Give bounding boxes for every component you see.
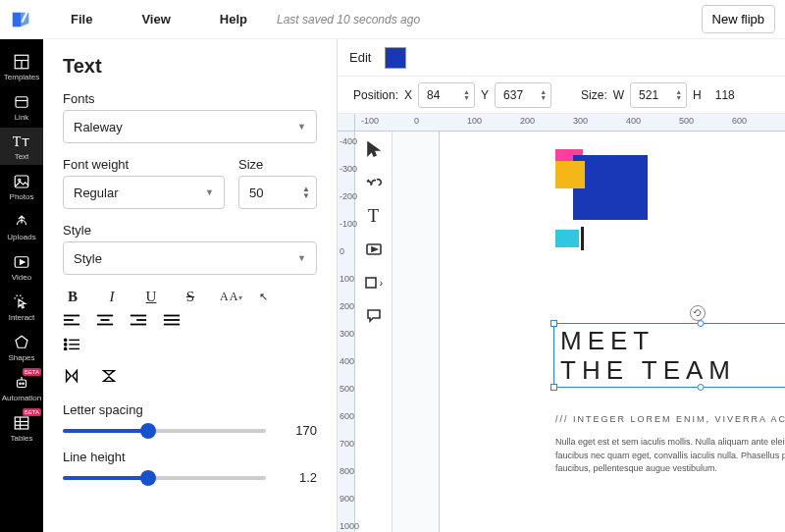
line-height-value: 1.2 — [278, 470, 317, 485]
canvas-stage[interactable]: MEET THE TEAM /// INTEGER LOREM ENIM, VI… — [392, 132, 785, 532]
ruler-corner — [338, 114, 355, 132]
svg-rect-5 — [15, 176, 28, 187]
rail-text[interactable]: Tᴛ Text — [0, 128, 43, 165]
new-flipbook-button[interactable]: New flipb — [702, 5, 775, 33]
menu-help[interactable]: Help — [220, 12, 247, 27]
tool-rail: Templates Link Tᴛ Text Photos Uploads Vi… — [0, 39, 43, 532]
photos-icon — [13, 173, 30, 190]
shape-cyan — [555, 230, 579, 247]
menu-file[interactable]: File — [71, 12, 92, 27]
heading-line2: THE TEAM — [560, 356, 785, 386]
align-center-button[interactable] — [96, 313, 114, 327]
style-select[interactable]: Style▼ — [63, 241, 317, 275]
size-input[interactable]: 50 ▲▼ — [238, 176, 317, 209]
svg-point-10 — [23, 383, 25, 385]
size-label: Size: — [581, 88, 607, 102]
vertical-ruler: -400-300-200-100010020030040050060070080… — [338, 132, 355, 532]
chevron-down-icon: ▼ — [205, 187, 214, 197]
shape-orange — [555, 161, 585, 188]
select-tool[interactable] — [364, 139, 384, 159]
body-text: Nulla eget est et sem iaculis mollis. Nu… — [555, 436, 785, 476]
heading-line1: MEET — [560, 327, 785, 356]
shape-tool[interactable]: › — [364, 273, 384, 293]
flip-horizontal-button[interactable] — [63, 367, 80, 385]
y-input[interactable]: 637▲▼ — [495, 82, 551, 108]
x-label: X — [404, 88, 412, 102]
align-left-button[interactable] — [63, 313, 80, 327]
x-input[interactable]: 84▲▼ — [418, 82, 475, 108]
tables-icon — [13, 414, 30, 432]
position-bar: Position: X 84▲▼ Y 637▲▼ Size: W 521▲▼ H… — [338, 77, 785, 114]
rail-interact[interactable]: Interact — [0, 288, 43, 326]
svg-point-28 — [65, 339, 67, 341]
line-height-slider[interactable] — [63, 476, 266, 480]
edit-label: Edit — [349, 50, 371, 65]
italic-button[interactable]: I — [102, 289, 122, 305]
h-label: H — [693, 88, 702, 102]
subheading: /// INTEGER LOREM ENIM, VIVERRA AC SEMPE… — [555, 414, 785, 424]
topbar: File View Help Last saved 10 seconds ago… — [0, 0, 785, 39]
interact-icon — [13, 293, 30, 311]
flip-vertical-button[interactable] — [100, 367, 118, 385]
rail-uploads[interactable]: Uploads — [0, 207, 43, 245]
horizontal-ruler: -1000100200300400500600 — [355, 114, 785, 132]
svg-point-9 — [20, 383, 22, 385]
edit-bar: Edit — [338, 39, 785, 77]
beta-badge: BETA — [23, 408, 41, 416]
rail-shapes[interactable]: Shapes — [0, 328, 43, 366]
rail-tables[interactable]: BETA Tables — [0, 408, 43, 447]
size-label: Size — [238, 157, 317, 172]
link-icon — [13, 93, 30, 111]
rail-video[interactable]: Video — [0, 247, 43, 286]
save-status: Last saved 10 seconds ago — [277, 13, 420, 27]
text-tool[interactable]: T — [364, 206, 384, 226]
video-tool[interactable] — [364, 239, 384, 259]
align-right-button[interactable] — [130, 313, 147, 327]
align-buttons — [63, 313, 317, 327]
letter-spacing-slider[interactable] — [63, 429, 266, 433]
shapes-icon — [13, 334, 30, 351]
letter-spacing-value: 170 — [278, 423, 317, 438]
svg-point-32 — [65, 347, 67, 349]
video-icon — [13, 253, 30, 271]
strikethrough-button[interactable]: S — [181, 289, 200, 305]
comment-tool[interactable] — [364, 306, 384, 326]
automation-icon — [13, 374, 30, 392]
text-color-swatch[interactable] — [385, 47, 406, 69]
svg-rect-3 — [16, 97, 27, 108]
app-body: Templates Link Tᴛ Text Photos Uploads Vi… — [0, 39, 785, 532]
align-justify-button[interactable] — [163, 313, 181, 327]
canvas-area: Edit Position: X 84▲▼ Y 637▲▼ Size: W 52… — [338, 39, 785, 532]
rail-link[interactable]: Link — [0, 87, 43, 126]
cursor-icon: ↖ — [259, 291, 268, 303]
rail-photos[interactable]: Photos — [0, 167, 43, 205]
y-label: Y — [481, 88, 489, 102]
menu-view[interactable]: View — [141, 12, 170, 27]
page: MEET THE TEAM /// INTEGER LOREM ENIM, VI… — [440, 132, 785, 532]
refresh-icon[interactable] — [690, 305, 706, 321]
w-input[interactable]: 521▲▼ — [630, 82, 687, 108]
h-input[interactable]: 118 — [707, 82, 764, 108]
size-stepper[interactable]: ▲▼ — [302, 186, 310, 199]
letter-spacing-label: Letter spacing — [63, 402, 317, 417]
font-select[interactable]: Raleway▼ — [63, 110, 317, 143]
rail-templates[interactable]: Templates — [0, 47, 43, 85]
rail-automation[interactable]: BETA Automation — [0, 368, 43, 406]
bold-button[interactable]: B — [63, 289, 82, 305]
text-panel: Text Fonts Raleway▼ Font weight Regular▼… — [43, 39, 338, 532]
list-button[interactable] — [63, 337, 80, 350]
weight-select[interactable]: Regular▼ — [63, 176, 225, 209]
underline-button[interactable]: U — [141, 289, 161, 305]
text-style-buttons: B I U S AA▾ ↖ — [63, 289, 317, 305]
canvas-toolbar: T › — [355, 132, 392, 532]
link-tool[interactable] — [364, 173, 384, 192]
selection-box[interactable]: MEET THE TEAM — [553, 323, 785, 388]
svg-rect-35 — [366, 278, 376, 288]
svg-rect-12 — [15, 417, 28, 429]
svg-rect-8 — [18, 380, 26, 388]
position-label: Position: — [353, 88, 398, 102]
panel-title: Text — [63, 55, 317, 78]
text-case-button[interactable]: AA▾ — [220, 290, 239, 304]
main-menu: File View Help — [71, 12, 247, 27]
beta-badge: BETA — [23, 368, 41, 376]
